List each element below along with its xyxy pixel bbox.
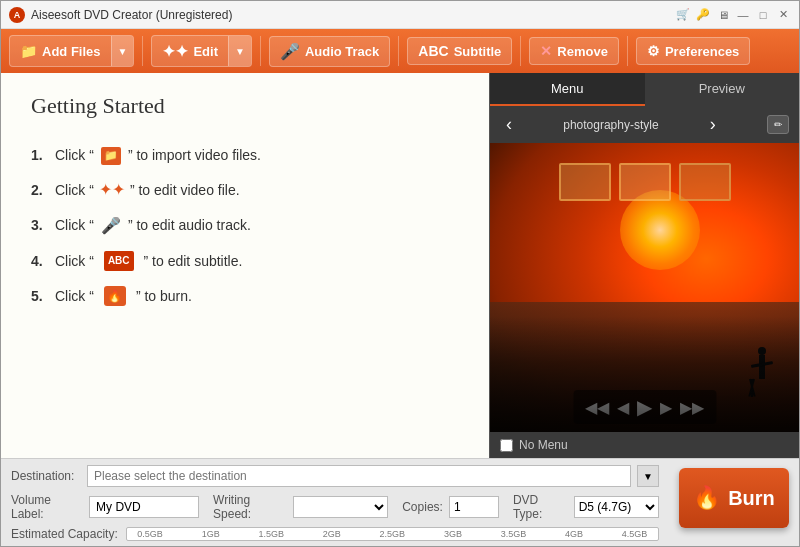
copies-label: Copies: <box>402 500 443 514</box>
menu-nav: ‹ photography-style › ✏ <box>490 106 799 143</box>
title-bar: A Aiseesoft DVD Creator (Unregistered) 🛒… <box>1 1 799 29</box>
step-5-num: 5. <box>31 284 51 309</box>
minimize-button[interactable]: — <box>735 7 751 23</box>
edit-style-icon: ✏ <box>774 119 782 130</box>
window-controls: 🛒 🔑 🖥 — □ ✕ <box>675 7 791 23</box>
copies-input[interactable] <box>449 496 499 518</box>
step-2-post: ” to edit video file. <box>130 178 240 203</box>
getting-started-heading: Getting Started <box>31 93 459 119</box>
app-icon: A <box>9 7 25 23</box>
add-files-group: 📁 Add Files ▼ <box>9 35 134 67</box>
capacity-bar: 0.5GB 1GB 1.5GB 2GB 2.5GB 3GB 3.5GB 4GB … <box>126 527 659 541</box>
key-icon[interactable]: 🔑 <box>695 7 711 23</box>
monitor-icon[interactable]: 🖥 <box>715 7 731 23</box>
cap-marker-3: 2GB <box>323 529 341 539</box>
subtitle-button[interactable]: ABC Subtitle <box>407 37 512 65</box>
burn-button-wrapper: 🔥 Burn <box>679 468 789 528</box>
edit-dropdown-arrow[interactable]: ▼ <box>228 36 251 66</box>
cap-marker-4: 2.5GB <box>380 529 406 539</box>
edit-style-button[interactable]: ✏ <box>767 115 789 134</box>
burn-button[interactable]: 🔥 Burn <box>679 468 789 528</box>
volume-input[interactable] <box>89 496 199 518</box>
toolbar-separator-2 <box>260 36 261 66</box>
right-panel: Menu Preview ‹ photography-style › ✏ <box>489 73 799 458</box>
preview-image-area: ◀◀ ◀ ▶ ▶ ▶▶ <box>490 143 799 432</box>
thumbnail-2 <box>619 163 671 201</box>
close-button[interactable]: ✕ <box>775 7 791 23</box>
tab-preview[interactable]: Preview <box>645 73 800 106</box>
toolbar-separator-1 <box>142 36 143 66</box>
step-3-post: ” to edit audio track. <box>128 213 251 238</box>
maximize-button[interactable]: □ <box>755 7 771 23</box>
step-3-num: 3. <box>31 213 51 238</box>
step-4-post: ” to edit subtitle. <box>144 249 243 274</box>
burn-icon: 🔥 <box>104 286 126 306</box>
photo-overlay <box>490 316 799 432</box>
step-2-icon-box: ✦✦ <box>101 182 123 200</box>
step-4-num: 4. <box>31 249 51 274</box>
no-menu-row: No Menu <box>490 432 799 458</box>
volume-label: Volume Label: <box>11 493 83 521</box>
no-menu-label: No Menu <box>519 438 568 452</box>
edit-audio-icon: 🎤 <box>101 217 121 235</box>
edit-group: ✦✦ Edit ▼ <box>151 35 251 67</box>
sun-glow <box>620 190 700 270</box>
cap-marker-1: 1GB <box>202 529 220 539</box>
step-5: 5. Click “ 🔥 ” to burn. <box>31 280 459 313</box>
preferences-icon: ⚙ <box>647 43 660 59</box>
edit-subtitle-icon: ABC <box>104 251 134 271</box>
remove-icon: ✕ <box>540 43 552 59</box>
step-2-num: 2. <box>31 178 51 203</box>
edit-button[interactable]: ✦✦ Edit <box>152 36 228 66</box>
photo-thumbnails <box>559 163 731 201</box>
add-files-button[interactable]: 📁 Add Files <box>10 36 111 66</box>
preferences-button[interactable]: ⚙ Preferences <box>636 37 750 65</box>
step-1-post: ” to import video files. <box>128 143 261 168</box>
prev-style-button[interactable]: ‹ <box>500 112 518 137</box>
tab-menu[interactable]: Menu <box>490 73 645 106</box>
import-video-icon: 📁 <box>101 147 121 165</box>
subtitle-icon: ABC <box>418 43 448 59</box>
destination-row: Destination: ▼ <box>11 465 659 487</box>
edit-video-icon: ✦✦ <box>101 182 123 200</box>
subtitle-label: Subtitle <box>454 44 502 59</box>
edit-icon: ✦✦ <box>162 42 188 61</box>
destination-label: Destination: <box>11 469 81 483</box>
step-3-icon-box: 🎤 <box>101 217 121 235</box>
cap-marker-2: 1.5GB <box>258 529 284 539</box>
step-5-icon-box: 🔥 <box>101 286 129 306</box>
audio-track-button[interactable]: 🎤 Audio Track <box>269 36 390 67</box>
remove-label: Remove <box>557 44 608 59</box>
cap-marker-5: 3GB <box>444 529 462 539</box>
toolbar-separator-5 <box>627 36 628 66</box>
cap-marker-8: 4.5GB <box>622 529 648 539</box>
step-5-post: ” to burn. <box>136 284 192 309</box>
add-files-dropdown-arrow[interactable]: ▼ <box>111 36 134 66</box>
step-1-num: 1. <box>31 143 51 168</box>
add-files-label: Add Files <box>42 44 101 59</box>
destination-input[interactable] <box>87 465 631 487</box>
step-4-pre: Click “ <box>55 249 94 274</box>
remove-button[interactable]: ✕ Remove <box>529 37 619 65</box>
step-3-pre: Click “ <box>55 213 94 238</box>
capacity-markers: 0.5GB 1GB 1.5GB 2GB 2.5GB 3GB 3.5GB 4GB … <box>127 528 658 540</box>
cap-marker-6: 3.5GB <box>501 529 527 539</box>
capacity-row: Estimated Capacity: 0.5GB 1GB 1.5GB 2GB … <box>11 527 659 541</box>
cap-marker-7: 4GB <box>565 529 583 539</box>
style-name-label: photography-style <box>563 118 658 132</box>
step-list: 1. Click “ 📁 ” to import video files. 2.… <box>31 139 459 313</box>
no-menu-checkbox[interactable] <box>500 439 513 452</box>
cart-icon[interactable]: 🛒 <box>675 7 691 23</box>
step-1: 1. Click “ 📁 ” to import video files. <box>31 139 459 172</box>
volume-row: Volume Label: Writing Speed: Copies: DVD… <box>11 493 659 521</box>
writing-speed-select[interactable] <box>293 496 388 518</box>
thumbnail-3 <box>679 163 731 201</box>
add-files-icon: 📁 <box>20 43 37 59</box>
step-1-icon-box: 📁 <box>101 147 121 165</box>
dvd-type-select[interactable]: D5 (4.7G) <box>574 496 659 518</box>
next-style-button[interactable]: › <box>704 112 722 137</box>
destination-browse-button[interactable]: ▼ <box>637 465 659 487</box>
step-3: 3. Click “ 🎤 ” to edit audio track. <box>31 209 459 242</box>
toolbar-separator-4 <box>520 36 521 66</box>
tab-bar: Menu Preview <box>490 73 799 106</box>
